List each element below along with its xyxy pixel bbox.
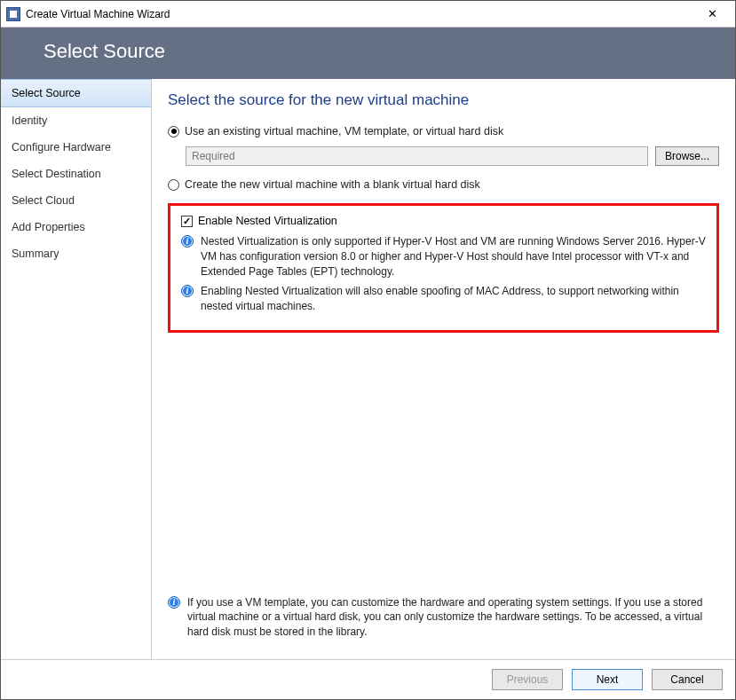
wizard-window: Create Virtual Machine Wizard ✕ Select S…: [0, 0, 736, 700]
nested-info-2-text: Enabling Nested Virtualization will also…: [201, 284, 706, 314]
info-icon: i: [168, 596, 180, 609]
close-icon[interactable]: ✕: [694, 2, 730, 27]
option-use-existing[interactable]: Use an existing virtual machine, VM temp…: [168, 125, 719, 138]
title-bar: Create Virtual Machine Wizard ✕: [1, 1, 735, 28]
svg-rect-0: [10, 11, 17, 18]
browse-button[interactable]: Browse...: [655, 146, 719, 166]
radio-use-existing[interactable]: [168, 126, 179, 138]
sidebar-item-identity[interactable]: Identity: [1, 107, 151, 134]
banner: Select Source: [1, 28, 735, 79]
source-path-input[interactable]: Required: [186, 146, 648, 166]
sidebar-item-summary[interactable]: Summary: [1, 240, 151, 267]
info-icon: i: [181, 235, 194, 248]
app-icon: [6, 7, 20, 21]
footer-note-text: If you use a VM template, you can custom…: [187, 595, 719, 640]
option-blank-disk-label: Create the new virtual machine with a bl…: [185, 178, 480, 191]
banner-title: Select Source: [44, 40, 165, 62]
nested-info-1-text: Nested Virtualization is only supported …: [201, 234, 706, 279]
option-use-existing-label: Use an existing virtual machine, VM temp…: [185, 125, 503, 138]
source-path-row: Required Browse...: [186, 146, 719, 166]
nested-virtualization-highlight: Enable Nested Virtualization i Nested Vi…: [168, 203, 719, 333]
sidebar-item-add-properties[interactable]: Add Properties: [1, 214, 151, 240]
footer-note: i If you use a VM template, you can cust…: [168, 592, 719, 650]
sidebar-item-select-cloud[interactable]: Select Cloud: [1, 187, 151, 214]
previous-button: Previous: [492, 669, 563, 690]
cancel-button[interactable]: Cancel: [652, 669, 723, 690]
sidebar-item-configure-hardware[interactable]: Configure Hardware: [1, 134, 151, 161]
nested-info-1: i Nested Virtualization is only supporte…: [181, 234, 706, 279]
sidebar-item-select-destination[interactable]: Select Destination: [1, 161, 151, 187]
page-heading: Select the source for the new virtual ma…: [168, 91, 719, 109]
enable-nested-label: Enable Nested Virtualization: [198, 215, 337, 227]
enable-nested-virtualization[interactable]: Enable Nested Virtualization: [181, 215, 706, 227]
button-bar: Previous Next Cancel: [1, 659, 735, 699]
option-blank-disk[interactable]: Create the new virtual machine with a bl…: [168, 178, 719, 191]
sidebar: Select Source Identity Configure Hardwar…: [1, 79, 152, 659]
window-title: Create Virtual Machine Wizard: [26, 8, 694, 20]
body: Select Source Identity Configure Hardwar…: [1, 79, 735, 659]
sidebar-item-select-source[interactable]: Select Source: [1, 79, 151, 107]
checkbox-enable-nested[interactable]: [181, 216, 193, 227]
radio-blank-disk[interactable]: [168, 179, 179, 191]
nested-info-2: i Enabling Nested Virtualization will al…: [181, 284, 706, 314]
info-icon: i: [181, 285, 194, 297]
source-path-placeholder: Required: [192, 150, 235, 162]
next-button[interactable]: Next: [572, 669, 643, 690]
content-pane: Select the source for the new virtual ma…: [152, 79, 735, 659]
